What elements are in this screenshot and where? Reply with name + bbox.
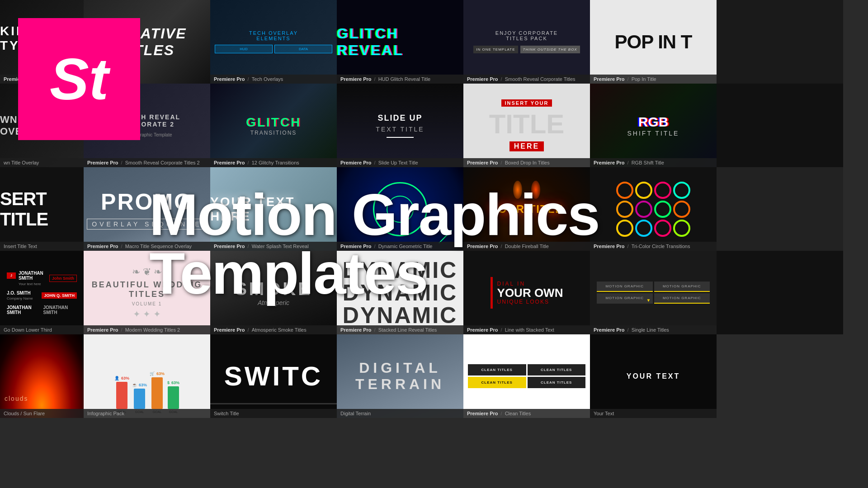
thumb-promo-overlay[interactable]: PROMO OVERLAY SEQUENCE Premiere Pro / Ma… [84, 167, 210, 251]
thumb-wedding-titles[interactable]: ❧ ❦ ❧ BEAUTIFUL WEDDING TITLES VOLUME 1 … [84, 251, 210, 334]
thumb-title: SWITC [224, 361, 323, 392]
thumb-label: Premiere Pro / Tri-Color Circle Transiti… [590, 242, 717, 251]
thumb-label: Premiere Pro / 12 Glitchy Transitions [210, 158, 337, 167]
thumb-infographic[interactable]: 👤63% GOAL ☕63% GOAL 🛒63% [84, 334, 210, 418]
thumb-label: Digital Terrain [337, 409, 463, 418]
thumb-label: Premiere Pro / Smooth Reveal Corporate T… [84, 158, 210, 167]
thumb-label: Insert Title Text [0, 242, 84, 251]
thumb-inner-circle [387, 196, 414, 223]
thumb-sunflare[interactable]: clouds Clouds / Sun Flare [0, 334, 84, 418]
thumb-label: Premiere Pro / Pop In Title [590, 75, 717, 84]
thumb-digital-terrain[interactable]: DIGITALTERRAIN Digital Terrain [337, 334, 463, 418]
thumb-dynamic-geo[interactable]: Premiere Pro / Dynamic Geometric Title [337, 167, 463, 251]
thumb-decoration: ❧ ❦ ❧ [132, 266, 162, 278]
thumb-label: Go Down Lower Third [0, 325, 84, 334]
thumb-title: PROMO [101, 189, 193, 215]
adobe-logo-letters: St [50, 50, 108, 108]
thumb-your-text-final[interactable]: YOUR TEXT Your Text [590, 334, 717, 418]
thumb-label: Premiere Pro / Stacked Line Reveal Title… [337, 325, 463, 334]
thumb-insert-title[interactable]: SERT TITLE Insert Title Text [0, 167, 84, 251]
thumb-clean1: CLEAN TITLES [468, 364, 526, 375]
thumb-title3: DYNAMIC [343, 304, 458, 327]
thumb-title: ENJOY CORPORATETITLES PACK [495, 30, 558, 41]
thumb-decoration2: ✦ ✦ ✦ [133, 309, 161, 319]
thumb-extra-4[interactable] [717, 251, 843, 334]
thumb-clean2: CLEAN TITLES [528, 364, 586, 375]
thumb-switch[interactable]: SWITC Switch Title [210, 334, 337, 418]
thumb-tech-overlays[interactable]: TECH OVERLAYELEMENTS HUD DATA Premiere P… [210, 0, 337, 84]
thumb-pop-in[interactable]: POP IN T Premiere Pro / Pop In Title [590, 0, 717, 84]
thumb-label: Infographic Pack [84, 409, 210, 418]
thumb-extra-2[interactable] [717, 84, 843, 167]
thumb-insert: INSERT YOUR [501, 99, 552, 107]
thumb-title: SLIDE UP [377, 113, 422, 123]
thumb-label: Your Text [590, 409, 717, 418]
thumb-title: DYNAMIC [343, 259, 458, 282]
thumb-hud-glitch[interactable]: GLITCH REVEAL Premiere Pro / HUD Glitch … [337, 0, 463, 84]
thumb-subtitle: TRANSITIONS [250, 130, 297, 136]
thumb-subtitle: Atmosperic [258, 299, 289, 306]
thumb-label: Premiere Pro / Clean Titles [463, 409, 590, 418]
thumb-lower-third[interactable]: J JONATHAN SMITH Your text here John Smi… [0, 251, 84, 334]
thumb-title: YOUR TEXT [627, 372, 680, 380]
thumb-slide-up[interactable]: SLIDE UP Text Title Premiere Pro / Slide… [337, 84, 463, 167]
thumb-label: Premiere Pro / Single Line Titles [590, 325, 717, 334]
thumb-label: Premiere Pro / RGB Shift Title [590, 158, 717, 167]
thumb-clean3: CLEAN TITLES [468, 377, 526, 388]
thumb-subtitle: Text Title [376, 126, 424, 133]
main-container: KINETIC TYPE Kinetic Type Premiere Pro /… [0, 0, 868, 488]
thumb-subtitle: UNIQUE LOOKS [497, 299, 563, 305]
thumb-title: SERT TITLE [0, 189, 84, 230]
thumb-label: Premiere Pro / Double Fireball Title [463, 242, 590, 251]
thumb-water-splash[interactable]: YOUR TEXT HERE Premiere Pro / Water Spla… [210, 167, 337, 251]
thumb-title: BEAUTIFUL WEDDING TITLES [84, 280, 210, 299]
thumb-boxed-drop[interactable]: INSERT YOUR TITLE HERE Premiere Pro / Bo… [463, 84, 590, 167]
thumb-title: GLITCH [246, 115, 301, 130]
thumb-title: TECH OVERLAYELEMENTS [249, 30, 298, 41]
thumb-tricolor[interactable]: Premiere Pro / Tri-Color Circle Transiti… [590, 167, 717, 251]
thumb-title: TITLE [489, 108, 565, 140]
thumb-double-fireball[interactable]: YOUR TITLE Premiere Pro / Double Firebal… [463, 167, 590, 251]
thumb-label: Premiere Pro / Slide Up Text Title [337, 158, 463, 167]
thumb-rgb-shift[interactable]: RGB SHIFT TITLE Premiere Pro / RGB Shift… [590, 84, 717, 167]
thumb-smoke-titles[interactable]: SMOKE Atmosperic Premiere Pro / Atmosper… [210, 251, 337, 334]
thumb-label: Clouds / Sun Flare [0, 409, 84, 418]
thumb-label: Switch Title [210, 409, 337, 418]
thumb-extra-3[interactable] [717, 167, 843, 251]
thumb-title: GLITCH REVEAL [337, 25, 463, 59]
thumb-title: SMOKE [235, 279, 312, 299]
thumb-extra-1[interactable] [717, 0, 843, 84]
thumb-circle [373, 182, 427, 236]
thumb-label: Premiere Pro / Atmosperic Smoke Titles [210, 325, 337, 334]
thumb-title: YOUR OWN [497, 287, 563, 299]
thumb-label: Premiere Pro / Line with Stacked Text [463, 325, 590, 334]
thumb-smooth-corp[interactable]: ENJOY CORPORATETITLES PACK IN ONE TEMPLA… [463, 0, 590, 84]
thumb-title: YOUR TITLE [490, 203, 564, 216]
thumb-title: RGB [638, 114, 669, 130]
thumb-subtitle: SHIFT TITLE [627, 130, 679, 137]
thumb-here: HERE [509, 141, 544, 151]
thumb-label: Premiere Pro / HUD Glitch Reveal Title [337, 75, 463, 84]
thumb-subtitle: OVERLAY SEQUENCE [87, 219, 207, 230]
thumb-title: YOUR TEXT HERE [210, 195, 337, 224]
adobe-logo-background: St [18, 18, 140, 140]
thumb-title: POP IN T [615, 31, 692, 53]
thumb-title2: DYNAMIC [343, 282, 458, 304]
thumb-line-stacked-text[interactable]: DIAL IN YOUR OWN UNIQUE LOOKS Premiere P… [463, 251, 590, 334]
thumb-label: Premiere Pro / Tech Overlays [210, 75, 337, 84]
thumb-label: Premiere Pro / Modern Wedding Titles 2 [84, 325, 210, 334]
thumb-title: DIGITALTERRAIN [355, 360, 445, 392]
thumb-clean-titles[interactable]: CLEAN TITLES CLEAN TITLES CLEAN TITLES C… [463, 334, 590, 418]
thumb-label: Premiere Pro / Smooth Reveal Corporate T… [463, 75, 590, 84]
thumb-label: Premiere Pro / Boxed Drop In Titles [463, 158, 590, 167]
thumb-clean4: CLEAN TITLES [528, 377, 586, 388]
thumb-label: wn Title Overlay [0, 158, 84, 167]
thumb-subtitle: VOLUME 1 [132, 301, 162, 306]
adobe-stock-logo[interactable]: St [18, 18, 140, 140]
thumb-glitchy-transitions[interactable]: GLITCH TRANSITIONS Premiere Pro / 12 Gli… [210, 84, 337, 167]
thumb-single-line[interactable]: MOTION GRAPHIC MOTION GRAPHIC MOTION GRA… [590, 251, 717, 334]
thumb-title: clouds [5, 395, 28, 402]
thumb-label: Premiere Pro / Dynamic Geometric Title [337, 242, 463, 251]
thumb-stacked-line[interactable]: DYNAMIC DYNAMIC DYNAMIC Premiere Pro / S… [337, 251, 463, 334]
thumb-label: Premiere Pro / Macro Title Sequence Over… [84, 242, 210, 251]
